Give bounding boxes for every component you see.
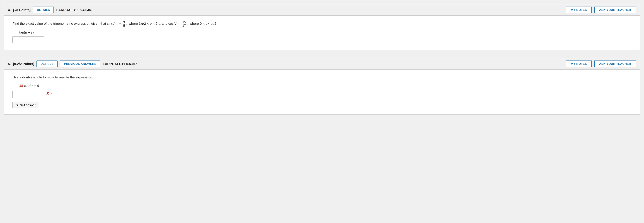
problem-5-description: Use a double-angle formula to rewrite th…	[12, 74, 632, 80]
problem-5-block: 5. [0.2/2 Points] DETAILS PREVIOUS ANSWE…	[4, 58, 640, 115]
cos-denominator: 17	[182, 24, 186, 27]
problem-5-previous-answers-button[interactable]: PREVIOUS ANSWERS	[60, 60, 100, 67]
problem-5-expression: 18 cos2 x − 9	[19, 83, 632, 88]
sin-denominator: 5	[122, 24, 125, 27]
asterisk-mark: *	[51, 92, 52, 96]
problem-4-header: 4. [-/3 Points] DETAILS LARPCALC11 5.4.0…	[4, 4, 640, 16]
problem-4-expression: tan(u + v)	[19, 30, 632, 34]
problem-5-details-button[interactable]: DETAILS	[36, 60, 58, 67]
problem-4-code: LARPCALC11 5.4.045.	[56, 8, 92, 12]
problem-5-body: Use a double-angle formula to rewrite th…	[4, 70, 640, 114]
problem-5-ask-teacher-button[interactable]: ASK YOUR TEACHER	[594, 60, 636, 67]
problem-4-points: 4.	[8, 8, 11, 12]
problem-5-code: LARPCALC11 5.5.015.	[103, 62, 138, 66]
wrong-icon: ✗	[46, 91, 50, 96]
problem-4-my-notes-button[interactable]: MY NOTES	[566, 6, 592, 13]
problem-5-header: 5. [0.2/2 Points] DETAILS PREVIOUS ANSWE…	[4, 58, 640, 70]
sin-numerator: 3	[122, 20, 125, 24]
problem-5-expression-number: 18	[19, 84, 23, 88]
cos-numerator: 15	[182, 20, 186, 24]
problem-5-header-actions: MY NOTES ASK YOUR TEACHER	[566, 60, 636, 67]
problem-5-answer-row: ✗*	[12, 90, 632, 98]
problem-4-header-actions: MY NOTES ASK YOUR TEACHER	[566, 6, 636, 13]
problem-4-expression-text: tan(u + v)	[19, 30, 34, 34]
cos-fraction: 15 17	[182, 20, 186, 27]
problem-5-answer-input[interactable]	[12, 91, 44, 98]
problem-5-submit-button[interactable]: Submit Answer	[12, 102, 39, 108]
problem-4-ask-teacher-button[interactable]: ASK YOUR TEACHER	[594, 6, 636, 13]
problem-4-body: Find the exact value of the trigonometri…	[4, 16, 640, 50]
problem-4-score: [-/3 Points]	[13, 8, 31, 12]
problem-4-block: 4. [-/3 Points] DETAILS LARPCALC11 5.4.0…	[4, 4, 640, 50]
problem-5-expression-cos: cos2 x − 9	[23, 84, 39, 88]
problem-5-score: [0.2/2 Points]	[13, 62, 34, 66]
problem-5-my-notes-button[interactable]: MY NOTES	[566, 60, 592, 67]
sin-fraction: 3 5	[122, 20, 125, 27]
problem-4-answer-input[interactable]	[12, 36, 44, 43]
problem-4-details-button[interactable]: DETAILS	[33, 6, 54, 13]
problem-5-number: 5.	[8, 62, 11, 66]
problem-4-description: Find the exact value of the trigonometri…	[12, 20, 632, 27]
